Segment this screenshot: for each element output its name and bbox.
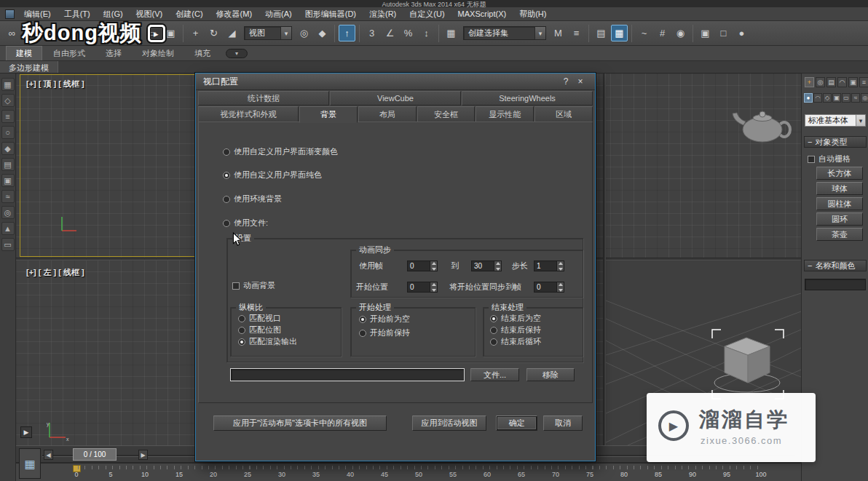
display-tab-icon[interactable]: ▣ xyxy=(848,77,858,87)
keyboard-shortcut-override-icon[interactable]: ↑ xyxy=(339,25,355,41)
radio-blank-before-start[interactable]: 开始前为空 xyxy=(359,314,410,324)
select-and-move-icon[interactable]: + xyxy=(187,25,204,41)
reference-coordinate-dropdown[interactable]: 视图 ▾ xyxy=(244,26,292,40)
spinner-arrows-icon[interactable] xyxy=(556,261,564,271)
menu-item[interactable]: 帮助(H) xyxy=(513,7,553,20)
left-tool-icon[interactable]: ▣ xyxy=(1,174,15,187)
use-pivot-center-icon[interactable]: ◎ xyxy=(296,25,312,41)
left-tool-icon[interactable]: ○ xyxy=(1,126,15,139)
select-and-rotate-icon[interactable]: ↻ xyxy=(205,25,222,41)
select-and-manipulate-icon[interactable]: ◆ xyxy=(314,25,331,41)
menu-item[interactable]: 图形编辑器(D) xyxy=(299,7,363,20)
menu-item[interactable]: 动画(A) xyxy=(259,7,299,20)
render-production-icon[interactable]: ● xyxy=(733,25,750,41)
ribbon-tab[interactable]: 选择 xyxy=(96,47,131,60)
named-selection-set-dropdown[interactable]: 创建选择集 ▾ xyxy=(463,26,546,40)
dialog-tab[interactable]: 统计数据 xyxy=(198,91,329,106)
schematic-view-icon[interactable]: # xyxy=(654,25,671,41)
systems-category-icon[interactable]: ◎ xyxy=(861,93,868,103)
dialog-tab[interactable]: 视觉样式和外观 xyxy=(198,106,299,122)
autogrid-checkbox-row[interactable]: 自动栅格 xyxy=(808,154,851,164)
chevron-down-icon[interactable]: ▾ xyxy=(856,115,865,126)
radio-match-viewport[interactable]: 匹配视口 xyxy=(238,314,281,323)
radio-use-gradient[interactable]: 使用自定义用户界面渐变颜色 xyxy=(223,147,338,156)
left-tool-icon[interactable]: ≈ xyxy=(1,190,15,203)
percent-snap-icon[interactable]: % xyxy=(400,25,417,41)
left-tool-icon[interactable]: ◎ xyxy=(1,206,15,219)
left-tool-icon[interactable]: ◇ xyxy=(1,94,15,107)
dialog-tab[interactable]: 布局 xyxy=(358,106,417,122)
apply-to-all-views-button[interactable]: 应用于"活动布局"选项卡中的所有视图 xyxy=(213,416,387,431)
motion-tab-icon[interactable]: ◠ xyxy=(837,77,847,87)
edit-named-selection-sets-icon[interactable]: ▦ xyxy=(443,25,459,41)
dialog-tab[interactable]: 背景 xyxy=(299,106,358,123)
left-tool-icon[interactable]: ◆ xyxy=(1,142,15,155)
object-type-rollout-header[interactable]: − 对象类型 xyxy=(804,136,867,148)
primitive-button[interactable]: 球体 xyxy=(816,182,863,195)
radio-blank-after-end[interactable]: 结束后为空 xyxy=(490,314,541,323)
radio-use-solid-color[interactable]: 使用自定义用户界面纯色 xyxy=(223,170,322,180)
left-tool-icon[interactable]: ≡ xyxy=(1,110,15,123)
end-frame-spinner[interactable]: 30 xyxy=(471,261,502,271)
menu-item[interactable]: MAXScript(X) xyxy=(451,7,513,20)
radio-hold-before-start[interactable]: 开始前保持 xyxy=(359,328,410,338)
radio-match-render-output[interactable]: 匹配渲染输出 xyxy=(238,337,297,346)
ribbon-tab[interactable]: 自由形式 xyxy=(44,47,95,60)
ribbon-display-toggle[interactable]: ▾ xyxy=(226,49,248,58)
sync-frame-spinner[interactable]: 0 xyxy=(534,282,564,293)
ribbon-panel-polygon-modeling[interactable]: 多边形建模 xyxy=(0,61,58,73)
helpers-category-icon[interactable]: ▭ xyxy=(842,93,851,103)
primitive-button[interactable]: 长方体 xyxy=(816,167,863,180)
left-tool-icon[interactable]: ▤ xyxy=(1,158,15,171)
apply-to-active-view-button[interactable]: 应用到活动视图 xyxy=(412,416,486,431)
chevron-down-icon[interactable]: ▾ xyxy=(280,27,291,39)
help-button[interactable]: ? xyxy=(559,76,573,87)
radio-hold-after-end[interactable]: 结束后保持 xyxy=(490,325,541,335)
dialog-tab[interactable]: 显示性能 xyxy=(476,106,534,122)
curve-editor-icon[interactable]: ~ xyxy=(636,25,652,41)
material-editor-icon[interactable]: ◉ xyxy=(672,25,689,41)
radio-loop-after-end[interactable]: 结束后循环 xyxy=(490,337,541,346)
left-tool-icon[interactable]: ▦ xyxy=(1,78,15,91)
spinner-arrows-icon[interactable] xyxy=(556,282,564,293)
next-frame-button[interactable]: ▶ xyxy=(138,450,148,460)
spinner-snap-icon[interactable]: ↕ xyxy=(418,25,435,41)
ok-button[interactable]: 确定 xyxy=(496,416,537,431)
geometry-category-icon[interactable]: ● xyxy=(804,93,813,103)
lights-category-icon[interactable]: ◇ xyxy=(823,93,832,103)
expand-panel-arrow-button[interactable]: ▶ xyxy=(20,426,32,438)
object-name-field[interactable] xyxy=(805,279,866,290)
snaps-toggle-icon[interactable]: 3 xyxy=(363,25,380,41)
primitive-button[interactable]: 圆环 xyxy=(816,212,863,226)
use-frame-spinner[interactable]: 0 xyxy=(407,261,438,271)
create-tab-icon[interactable]: + xyxy=(805,77,814,87)
files-button[interactable]: 文件... xyxy=(470,368,519,381)
primitive-button[interactable]: 圆柱体 xyxy=(816,197,863,210)
top-viewport-label[interactable]: [+] [ 顶 ] [ 线框 ] xyxy=(26,79,84,90)
radio-match-bitmap[interactable]: 匹配位图 xyxy=(238,325,281,335)
align-icon[interactable]: ≡ xyxy=(568,25,585,41)
left-tool-icon[interactable]: ▭ xyxy=(1,238,15,251)
animation-background-checkbox-row[interactable]: 动画背景 xyxy=(232,281,275,290)
menu-item[interactable]: 渲染(R) xyxy=(363,7,403,20)
track-bar[interactable]: 0510152025303540455055606570758085909510… xyxy=(16,463,801,481)
ribbon-tab[interactable]: 建模 xyxy=(6,46,42,60)
background-file-path-field[interactable] xyxy=(230,368,465,381)
menu-item[interactable]: 修改器(M) xyxy=(210,7,259,20)
dialog-tab[interactable]: 安全框 xyxy=(417,106,476,122)
radio-use-environment[interactable]: 使用环境背景 xyxy=(223,194,282,204)
mini-curve-editor-icon[interactable]: ▦ xyxy=(19,448,41,479)
utilities-tab-icon[interactable]: ≡ xyxy=(859,77,868,87)
radio-use-file[interactable]: 使用文件: xyxy=(223,218,268,228)
start-position-spinner[interactable]: 0 xyxy=(407,282,438,293)
rendered-frame-window-icon[interactable]: □ xyxy=(715,25,732,41)
remove-button[interactable]: 移除 xyxy=(526,368,575,381)
chevron-down-icon[interactable]: ▾ xyxy=(534,27,545,39)
hierarchy-tab-icon[interactable]: ▤ xyxy=(826,77,836,87)
ribbon-tab[interactable]: 填充 xyxy=(185,47,220,60)
select-and-link-icon[interactable]: ∞ xyxy=(4,25,20,41)
dialog-tab[interactable]: SteeringWheels xyxy=(462,91,593,106)
step-spinner[interactable]: 1 xyxy=(534,261,564,271)
menu-item[interactable]: 创建(C) xyxy=(169,7,209,20)
name-color-rollout-header[interactable]: − 名称和颜色 xyxy=(804,260,867,271)
